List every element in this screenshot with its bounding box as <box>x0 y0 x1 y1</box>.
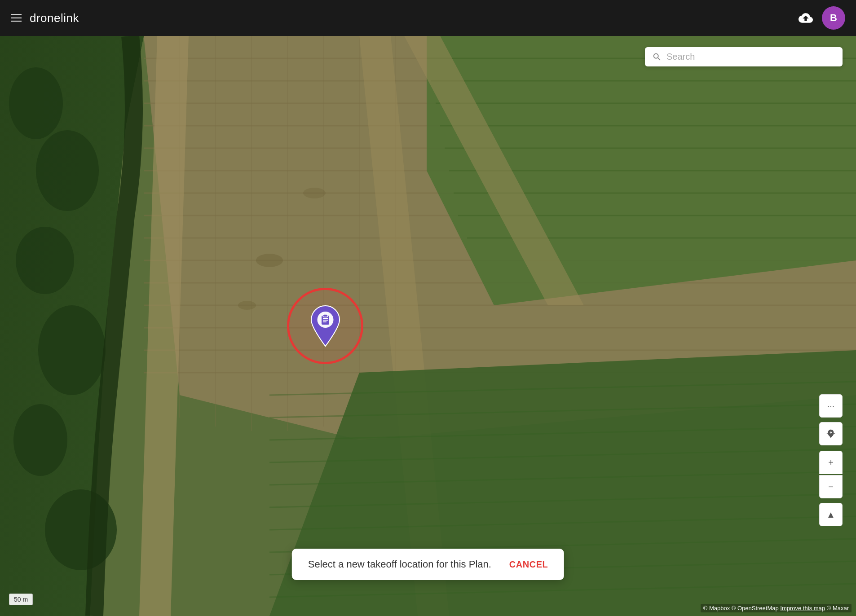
svg-point-3 <box>9 67 63 139</box>
more-icon: ··· <box>827 401 835 411</box>
navbar-left: dronelink <box>11 11 79 25</box>
notification-bar: Select a new takeoff location for this P… <box>292 549 564 580</box>
zoom-controls: + − <box>819 451 843 498</box>
search-container <box>645 47 843 66</box>
scale-bar: 50 m <box>9 594 33 605</box>
search-icon <box>652 52 662 62</box>
maxar-text: © Maxar <box>827 605 849 612</box>
more-options-button[interactable]: ··· <box>819 394 843 418</box>
zoom-in-button[interactable]: + <box>819 451 843 474</box>
notification-card: Select a new takeoff location for this P… <box>292 549 564 580</box>
map-pin-svg <box>309 304 342 348</box>
scale-text: 50 m <box>14 596 28 603</box>
svg-point-56 <box>256 254 283 267</box>
menu-icon[interactable] <box>11 14 22 22</box>
map-background <box>0 36 856 616</box>
north-button[interactable]: ▲ <box>819 503 843 526</box>
highlight-circle <box>287 288 363 364</box>
location-button[interactable] <box>819 422 843 445</box>
north-icon: ▲ <box>826 510 835 520</box>
navbar-right: B <box>799 6 845 30</box>
location-icon <box>826 429 836 439</box>
svg-point-4 <box>36 130 99 211</box>
zoom-out-button[interactable]: − <box>819 475 843 498</box>
notification-message: Select a new takeoff location for this P… <box>308 559 491 570</box>
improve-map-link[interactable]: Improve this map <box>780 605 825 612</box>
attribution-text: © Mapbox © OpenStreetMap <box>703 605 779 612</box>
svg-point-6 <box>38 305 106 395</box>
map-container[interactable]: ··· + − ▲ <box>0 36 856 616</box>
zoom-in-icon: + <box>828 458 834 468</box>
cancel-button[interactable]: CANCEL <box>509 559 548 570</box>
svg-point-57 <box>303 188 326 198</box>
svg-point-5 <box>16 227 74 294</box>
map-controls: ··· + − ▲ <box>819 391 843 526</box>
upload-button[interactable] <box>799 11 813 25</box>
search-box <box>645 47 843 66</box>
search-input[interactable] <box>666 52 835 62</box>
pin-container <box>287 288 363 364</box>
scale-label: 50 m <box>9 594 33 605</box>
zoom-out-icon: − <box>828 482 834 492</box>
user-avatar[interactable]: B <box>822 6 845 30</box>
logo-text: dronelink <box>30 11 79 25</box>
navbar: dronelink B <box>0 0 856 36</box>
svg-rect-61 <box>323 314 328 317</box>
svg-point-7 <box>13 404 67 476</box>
map-attribution: © Mapbox © OpenStreetMap Improve this ma… <box>701 604 852 612</box>
svg-point-58 <box>238 301 256 310</box>
upload-icon <box>799 11 813 25</box>
